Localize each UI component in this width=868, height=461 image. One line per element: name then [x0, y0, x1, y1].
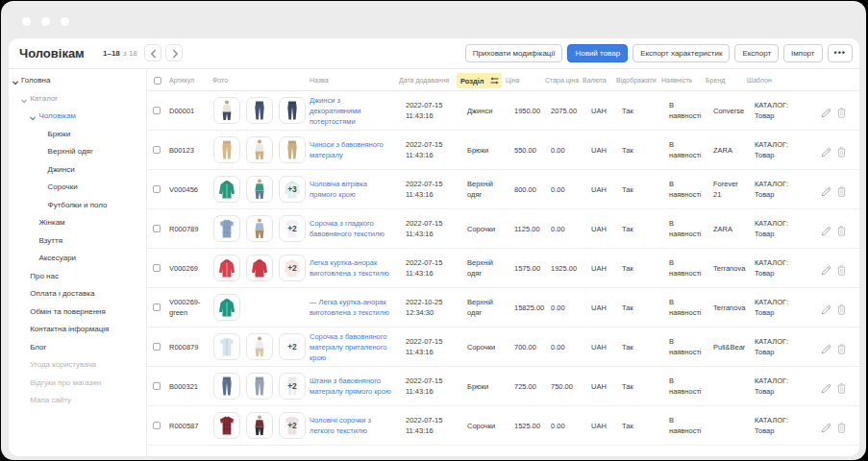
delete-button[interactable] — [836, 341, 848, 352]
product-photo-thumbnail[interactable] — [213, 412, 240, 439]
product-photo-thumbnail[interactable] — [246, 215, 273, 242]
pagination-next-button[interactable] — [165, 44, 183, 61]
sidebar-item-16[interactable]: Блог — [9, 340, 146, 358]
chevron-down-icon[interactable] — [30, 114, 36, 123]
chevron-down-icon[interactable] — [21, 97, 27, 106]
edit-button[interactable] — [821, 223, 832, 234]
product-photo-thumbnail[interactable] — [246, 136, 273, 163]
row-checkbox[interactable] — [153, 146, 161, 154]
column-header-photo[interactable]: Фото — [212, 77, 228, 84]
cell-name[interactable]: Чоловічі сорочки з легкого текстилю — [310, 415, 391, 436]
cell-name[interactable]: Чиноси з бавовняного матеріалу — [310, 139, 391, 160]
sidebar-item-19[interactable]: Мапа сайту — [9, 393, 146, 411]
product-photo-thumbnail[interactable] — [213, 333, 240, 360]
more-photos-thumbnail[interactable]: +2 — [279, 373, 306, 400]
column-header-template[interactable]: Шаблон — [747, 77, 772, 84]
cell-name[interactable]: Сорочка з гладкого бавовняного текстилю — [310, 218, 391, 239]
delete-button[interactable] — [836, 380, 848, 392]
column-header-visible[interactable]: Відображати — [616, 77, 657, 84]
product-photo-thumbnail[interactable] — [213, 215, 240, 242]
product-photo-thumbnail[interactable] — [213, 373, 240, 400]
cell-name[interactable]: Джинси з декоративними потертостями — [310, 95, 391, 127]
column-header-currency[interactable]: Валюта — [583, 77, 607, 84]
column-header-date[interactable]: Дата додавання — [399, 77, 449, 84]
row-checkbox[interactable] — [153, 107, 161, 114]
more-photos-thumbnail[interactable]: +2 — [279, 215, 306, 242]
cell-name[interactable]: Сорочка з бавовняного матеріалу притален… — [310, 331, 391, 363]
sidebar-item-4[interactable]: Брюки — [9, 127, 146, 145]
pagination-prev-button[interactable] — [144, 44, 161, 61]
select-all-checkbox[interactable] — [154, 77, 161, 85]
sidebar-item-12[interactable]: Про нас — [9, 269, 146, 287]
product-photo-thumbnail[interactable] — [279, 97, 306, 124]
hide-modifications-button[interactable]: Приховати модифікації — [465, 44, 563, 62]
export-characteristics-button[interactable]: Експорт характеристик — [632, 44, 730, 62]
column-header-category[interactable]: Розділ — [457, 73, 502, 88]
sidebar-item-6[interactable]: Джинси — [9, 162, 146, 181]
edit-button[interactable] — [821, 341, 832, 352]
delete-button[interactable] — [836, 302, 848, 313]
row-checkbox[interactable] — [153, 382, 161, 390]
sidebar-item-15[interactable]: Контактна інформація — [9, 322, 146, 340]
product-photo-thumbnail[interactable] — [246, 176, 273, 203]
delete-button[interactable] — [836, 183, 848, 195]
import-button[interactable]: Імпорт — [783, 44, 822, 62]
product-photo-thumbnail[interactable] — [246, 373, 273, 400]
more-photos-thumbnail[interactable]: +2 — [279, 412, 306, 439]
sidebar-item-1[interactable]: Головна — [9, 73, 146, 91]
chevron-down-icon[interactable] — [12, 79, 18, 87]
sidebar-item-5[interactable]: Верхній одяг — [9, 144, 146, 162]
sidebar-item-13[interactable]: Оплата і доставка — [9, 286, 146, 304]
edit-button[interactable] — [821, 105, 832, 116]
more-photos-thumbnail[interactable]: +2 — [279, 255, 306, 281]
delete-button[interactable] — [836, 262, 848, 274]
sidebar-item-3[interactable]: Чоловікам — [9, 109, 146, 127]
sidebar-item-11[interactable]: Аксесуари — [9, 251, 146, 269]
row-checkbox[interactable] — [153, 422, 161, 429]
sidebar-item-8[interactable]: Футболки и поло — [9, 198, 146, 216]
sidebar-item-18[interactable]: Відгуки про магазин — [9, 376, 146, 394]
product-photo-thumbnail[interactable] — [213, 176, 240, 203]
delete-button[interactable] — [836, 420, 848, 431]
column-header-old_price[interactable]: Стара ціна — [545, 77, 579, 84]
product-photo-thumbnail[interactable] — [246, 412, 273, 439]
column-header-availability[interactable]: Наявність — [661, 77, 692, 84]
product-photo-thumbnail[interactable] — [279, 136, 306, 163]
sidebar-item-10[interactable]: Взуття — [9, 233, 146, 252]
cell-name[interactable]: Штани з бавовняного матеріалу прямого кр… — [310, 376, 391, 397]
row-checkbox[interactable] — [153, 343, 161, 351]
cell-name[interactable]: — Легка куртка-анорак виготовлена з текс… — [310, 297, 391, 318]
product-photo-thumbnail[interactable] — [246, 333, 273, 360]
delete-button[interactable] — [836, 144, 848, 156]
column-header-name[interactable]: Назва — [310, 77, 329, 84]
column-header-price[interactable]: Ціна — [506, 77, 520, 84]
more-photos-thumbnail[interactable]: +3 — [279, 176, 306, 203]
product-photo-thumbnail[interactable] — [213, 136, 240, 163]
edit-button[interactable] — [821, 302, 832, 313]
sidebar-item-17[interactable]: Угода користувача — [9, 357, 146, 376]
sort-direction-icon[interactable] — [490, 77, 499, 85]
export-button[interactable]: Експорт — [734, 44, 779, 62]
edit-button[interactable] — [821, 380, 832, 392]
new-product-button[interactable]: Новий товар — [567, 44, 628, 62]
row-checkbox[interactable] — [153, 185, 161, 193]
edit-button[interactable] — [821, 420, 832, 431]
edit-button[interactable] — [821, 183, 832, 195]
sidebar-item-14[interactable]: Обмін та повернення — [9, 304, 146, 323]
cell-name[interactable]: Легка куртка-анорак виготовлена з тексти… — [310, 257, 391, 279]
product-photo-thumbnail[interactable] — [246, 255, 273, 281]
column-header-brand[interactable]: Бренд — [706, 77, 725, 84]
column-header-sku[interactable]: Артикул — [169, 77, 194, 84]
row-checkbox[interactable] — [153, 303, 161, 311]
sidebar-item-9[interactable]: Жінкам — [9, 215, 146, 233]
sidebar-item-2[interactable]: Каталог — [9, 91, 146, 109]
more-button[interactable]: ••• — [828, 44, 853, 62]
delete-button[interactable] — [836, 223, 848, 234]
edit-button[interactable] — [821, 262, 832, 274]
row-checkbox[interactable] — [153, 264, 161, 272]
product-photo-thumbnail[interactable] — [213, 97, 240, 124]
product-photo-thumbnail[interactable] — [213, 294, 240, 321]
product-photo-thumbnail[interactable] — [246, 97, 273, 124]
more-photos-thumbnail[interactable]: +2 — [279, 333, 306, 360]
edit-button[interactable] — [821, 144, 832, 156]
